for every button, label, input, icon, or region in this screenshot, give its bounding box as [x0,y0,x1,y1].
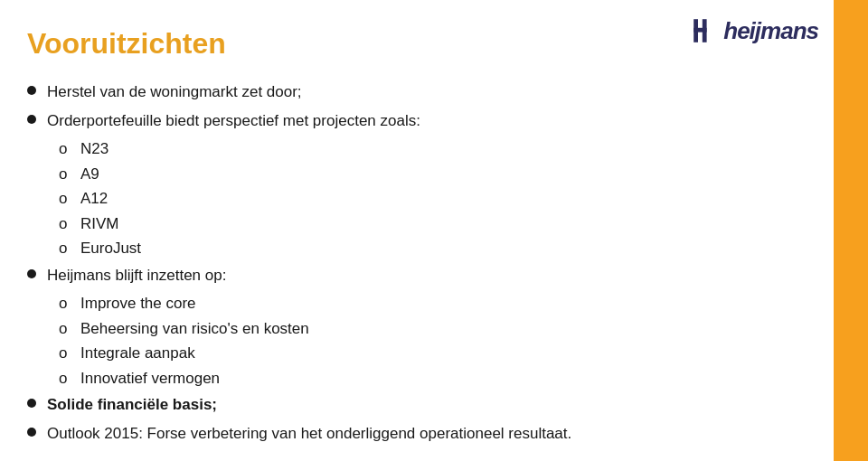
bullet-text-4: Solide financiële basis; [47,393,217,417]
sub-item-2-2: o A9 [59,163,832,186]
heijmans-logo: heijmans [691,16,818,45]
page-container: heijmans Vooruitzichten Herstel van de w… [0,0,868,461]
sub-bullet-3-4: o [59,367,73,390]
bullet-item-4: Solide financiële basis; [27,393,832,417]
bullet-item-1: Herstel van de woningmarkt zet door; [27,80,832,104]
sub-bullet-2-2: o [59,163,73,186]
logo-wordmark: heijmans [723,17,818,45]
bullet-dot-5 [27,428,36,437]
bullet-text-5: Outlook 2015: Forse verbetering van het … [47,422,571,446]
sidebar-bar [834,0,868,461]
svg-rect-2 [703,19,707,42]
sub-item-text-3-4: Innovatief vermogen [80,367,220,390]
bullet-dot-4 [27,399,36,408]
sub-item-3-3: o Integrale aanpak [59,342,832,365]
sub-item-text-2-1: N23 [80,137,108,161]
bullet-dot-3 [27,269,36,278]
bullet-dot-1 [27,86,36,95]
sub-item-2-3: o A12 [59,187,832,211]
sub-bullet-3-1: o [59,292,73,315]
sub-item-text-2-3: A12 [80,187,108,211]
sub-item-3-1: o Improve the core [59,292,832,315]
sub-item-text-3-1: Improve the core [80,292,196,315]
bullet-text-4-strong: Solide financiële basis; [47,396,217,413]
main-content: Herstel van de woningmarkt zet door; Ord… [27,80,832,445]
sub-bullet-2-5: o [59,237,73,260]
logo-area: heijmans [691,16,818,45]
logo-icon [691,16,720,45]
sub-item-text-2-4: RIVM [80,212,119,236]
sub-item-2-5: o EuroJust [59,237,832,260]
sub-item-3-2: o Beheersing van risico's en kosten [59,317,832,341]
sub-item-text-2-2: A9 [80,163,99,186]
sub-item-text-3-2: Beheersing van risico's en kosten [80,317,309,341]
bullet-text-1: Herstel van de woningmarkt zet door; [47,80,302,104]
sub-bullet-3-3: o [59,342,73,365]
sub-bullet-2-3: o [59,187,73,211]
bullet-item-5: Outlook 2015: Forse verbetering van het … [27,422,832,446]
sub-items-3: o Improve the core o Beheersing van risi… [59,292,832,390]
bullet-item-2: Orderportefeuille biedt perspectief met … [27,109,832,133]
sub-item-2-1: o N23 [59,137,832,161]
bullet-dot-2 [27,115,36,124]
sub-item-2-4: o RIVM [59,212,832,236]
bullet-text-2: Orderportefeuille biedt perspectief met … [47,109,420,133]
sub-bullet-3-2: o [59,317,73,341]
sub-bullet-2-4: o [59,212,73,236]
bullet-item-3: Heijmans blijft inzetten op: [27,264,832,287]
bullet-text-3: Heijmans blijft inzetten op: [47,264,226,287]
sub-bullet-2-1: o [59,137,73,161]
sub-items-2: o N23 o A9 o A12 o RIVM o EuroJust [59,137,832,260]
sub-item-text-3-3: Integrale aanpak [80,342,195,365]
sub-item-3-4: o Innovatief vermogen [59,367,832,390]
sub-item-text-2-5: EuroJust [80,237,141,260]
